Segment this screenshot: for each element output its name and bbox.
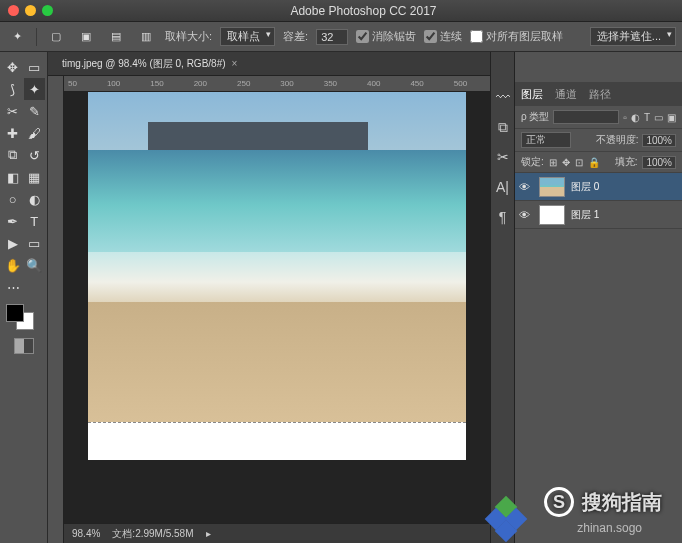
status-bar: 98.4% 文档:2.99M/5.58M ▸: [64, 523, 490, 543]
healing-tool-icon[interactable]: ✚: [2, 122, 24, 144]
lock-artboard-icon[interactable]: ⊡: [575, 157, 583, 168]
all-layers-label: 对所有图层取样: [486, 29, 563, 44]
layer-filter-dropdown[interactable]: [553, 110, 619, 124]
contiguous-checkbox[interactable]: [424, 30, 437, 43]
crop-panel-icon[interactable]: ✂: [494, 148, 512, 166]
watermark-squares-icon: [482, 493, 532, 543]
quick-mask-icon[interactable]: [14, 338, 34, 354]
close-icon[interactable]: [8, 5, 19, 16]
doc-size: 文档:2.99M/5.58M: [112, 527, 193, 541]
canvas[interactable]: [88, 92, 466, 460]
hand-tool-icon[interactable]: ✋: [2, 254, 24, 276]
fill-label: 填充:: [615, 155, 638, 169]
document-tab[interactable]: timg.jpeg @ 98.4% (图层 0, RGB/8#) ×: [54, 57, 245, 71]
filter-smart-icon[interactable]: ▣: [667, 112, 676, 123]
app-title: Adobe Photoshop CC 2017: [53, 4, 674, 18]
sample-size-label: 取样大小:: [165, 29, 212, 44]
eyedropper-tool-icon[interactable]: ✎: [24, 100, 46, 122]
brush-panel-icon[interactable]: 〰: [494, 88, 512, 106]
selection-add-icon[interactable]: ▣: [75, 26, 97, 48]
crop-tool-icon[interactable]: ✂: [2, 100, 24, 122]
filter-adjust-icon[interactable]: ◐: [631, 112, 640, 123]
sogou-logo-icon: S: [544, 487, 574, 517]
fill-value[interactable]: 100%: [642, 156, 676, 169]
filter-kind-label: ρ 类型: [521, 110, 549, 124]
image-pier: [148, 122, 368, 150]
selection-new-icon[interactable]: ▢: [45, 26, 67, 48]
visibility-icon[interactable]: 👁: [519, 181, 533, 193]
visibility-icon[interactable]: 👁: [519, 209, 533, 221]
anti-alias-checkbox[interactable]: [356, 30, 369, 43]
image-sea: [88, 150, 466, 260]
tab-layers[interactable]: 图层: [521, 87, 543, 102]
document-area: timg.jpeg @ 98.4% (图层 0, RGB/8#) × 50100…: [48, 52, 490, 543]
opacity-value[interactable]: 100%: [642, 134, 676, 147]
canvas-viewport[interactable]: [64, 92, 490, 523]
history-brush-tool-icon[interactable]: ↺: [24, 144, 46, 166]
path-select-tool-icon[interactable]: ▶: [2, 232, 24, 254]
edit-toolbar-icon[interactable]: ⋯: [2, 276, 24, 298]
tab-channels[interactable]: 通道: [555, 87, 577, 102]
layer-name[interactable]: 图层 0: [571, 180, 599, 194]
opacity-label: 不透明度:: [596, 133, 639, 147]
canvas-extension-selection: [88, 422, 466, 460]
gradient-tool-icon[interactable]: ▦: [24, 166, 46, 188]
filter-type-icon[interactable]: T: [644, 112, 650, 123]
document-tab-title: timg.jpeg @ 98.4% (图层 0, RGB/8#): [62, 57, 226, 71]
foreground-color[interactable]: [6, 304, 24, 322]
dodge-tool-icon[interactable]: ◐: [24, 188, 46, 210]
blend-mode-dropdown[interactable]: 正常: [521, 132, 571, 148]
selection-intersect-icon[interactable]: ▥: [135, 26, 157, 48]
close-tab-icon[interactable]: ×: [232, 58, 238, 69]
filter-shape-icon[interactable]: ▭: [654, 112, 663, 123]
character-panel-icon[interactable]: A|: [494, 178, 512, 196]
pen-tool-icon[interactable]: ✒: [2, 210, 24, 232]
magic-wand-icon[interactable]: ✦: [6, 26, 28, 48]
clone-panel-icon[interactable]: ⧉: [494, 118, 512, 136]
lock-label: 锁定:: [521, 155, 544, 169]
contiguous-label: 连续: [440, 29, 462, 44]
status-arrow-icon[interactable]: ▸: [206, 528, 211, 539]
zoom-tool-icon[interactable]: 🔍: [24, 254, 46, 276]
move-tool-icon[interactable]: ✥: [2, 56, 24, 78]
stamp-tool-icon[interactable]: ⧉: [2, 144, 24, 166]
tolerance-input[interactable]: 32: [316, 29, 348, 45]
lock-pixels-icon[interactable]: ⊞: [549, 157, 557, 168]
watermark-text: 搜狗指南: [582, 489, 662, 516]
zoom-level[interactable]: 98.4%: [72, 528, 100, 539]
selection-subtract-icon[interactable]: ▤: [105, 26, 127, 48]
lock-all-icon[interactable]: 🔒: [588, 157, 600, 168]
eraser-tool-icon[interactable]: ◧: [2, 166, 24, 188]
shape-tool-icon[interactable]: ▭: [24, 232, 46, 254]
options-bar: ✦ ▢ ▣ ▤ ▥ 取样大小: 取样点 容差: 32 消除锯齿 连续 对所有图层…: [0, 22, 682, 52]
paragraph-panel-icon[interactable]: ¶: [494, 208, 512, 226]
layers-panel: 图层 通道 路径 ρ 类型 ▫ ◐ T ▭ ▣ 正常 不透明度: 100% 锁定…: [514, 52, 682, 543]
lock-position-icon[interactable]: ✥: [562, 157, 570, 168]
layer-name[interactable]: 图层 1: [571, 208, 599, 222]
brush-tool-icon[interactable]: 🖌: [24, 122, 46, 144]
maximize-icon[interactable]: [42, 5, 53, 16]
magic-wand-tool-icon[interactable]: ✦: [24, 78, 46, 100]
refine-edge-button[interactable]: 选择并遮住...: [590, 27, 676, 46]
blur-tool-icon[interactable]: ○: [2, 188, 24, 210]
titlebar: Adobe Photoshop CC 2017: [0, 0, 682, 22]
panel-tabs: 图层 通道 路径: [515, 82, 682, 106]
layer-row[interactable]: 👁 图层 0: [515, 173, 682, 201]
window-controls: [8, 5, 53, 16]
filter-image-icon[interactable]: ▫: [623, 112, 627, 123]
watermark-url: zhinan.sogo: [577, 521, 642, 535]
layer-thumbnail[interactable]: [539, 177, 565, 197]
marquee-tool-icon[interactable]: ▭: [24, 56, 46, 78]
all-layers-checkbox[interactable]: [470, 30, 483, 43]
minimize-icon[interactable]: [25, 5, 36, 16]
tab-paths[interactable]: 路径: [589, 87, 611, 102]
panel-dock: 〰 ⧉ ✂ A| ¶: [490, 52, 514, 543]
lasso-tool-icon[interactable]: ⟆: [2, 78, 24, 100]
sample-size-dropdown[interactable]: 取样点: [220, 27, 275, 46]
anti-alias-label: 消除锯齿: [372, 29, 416, 44]
color-swatches[interactable]: [2, 304, 45, 330]
layer-thumbnail[interactable]: [539, 205, 565, 225]
type-tool-icon[interactable]: T: [24, 210, 46, 232]
layer-row[interactable]: 👁 图层 1: [515, 201, 682, 229]
document-tabs: timg.jpeg @ 98.4% (图层 0, RGB/8#) ×: [48, 52, 490, 76]
